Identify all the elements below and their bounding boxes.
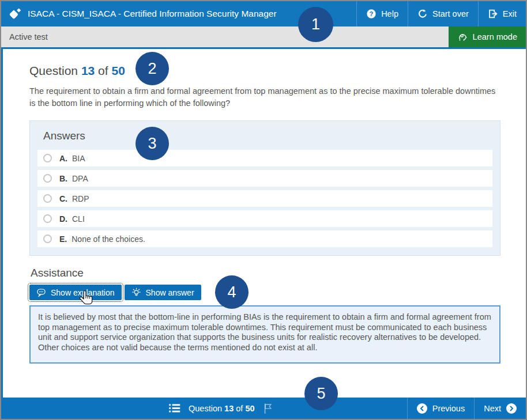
- header-actions: ? Help Start over: [356, 1, 526, 27]
- footer-question-total: 50: [245, 404, 254, 413]
- footer-of-word: of: [236, 404, 243, 413]
- show-answer-label: Show answer: [146, 288, 194, 297]
- question-text: The requirement to obtain a firm and for…: [29, 85, 500, 109]
- help-label: Help: [381, 9, 398, 18]
- option-letter: B.: [59, 174, 67, 183]
- window-title: ISACA - CISM_ISACA - Certified Informati…: [28, 9, 277, 19]
- radio-button[interactable]: [43, 214, 52, 223]
- footer-question-word: Question: [189, 404, 222, 413]
- option-text: BIA: [72, 154, 85, 163]
- radio-button[interactable]: [43, 154, 52, 162]
- option-letter: E.: [59, 234, 67, 244]
- question-heading-word: Question: [29, 64, 78, 77]
- exit-button[interactable]: Exit: [478, 1, 526, 27]
- answer-option-d[interactable]: D. CLI: [37, 210, 492, 227]
- option-text: None of the choices.: [71, 234, 145, 244]
- annotation-circle-3: 3: [135, 127, 169, 160]
- assistance-heading: Assistance: [31, 267, 500, 279]
- option-letter: C.: [59, 194, 67, 203]
- top-header: ISACA - CISM_ISACA - Certified Informati…: [1, 1, 526, 27]
- start-over-button[interactable]: Start over: [408, 1, 478, 27]
- footer-question-number: 13: [224, 404, 234, 413]
- learn-mode-label: Learn mode: [473, 32, 517, 41]
- previous-button[interactable]: Previous: [407, 398, 474, 419]
- show-explanation-button[interactable]: Show explanation: [29, 285, 122, 300]
- svg-text:?: ?: [370, 10, 374, 17]
- radio-button[interactable]: [43, 234, 52, 243]
- mode-bar: Active test Learn mode: [1, 27, 526, 47]
- answer-option-b[interactable]: B. DPA: [37, 170, 492, 187]
- chevron-left-icon: [417, 403, 427, 414]
- answer-option-c[interactable]: C. RDP: [37, 190, 492, 207]
- speech-bubble-icon: [36, 288, 46, 297]
- question-total: 50: [111, 64, 125, 77]
- learn-mode-icon: [457, 32, 468, 42]
- help-icon: ?: [366, 9, 377, 19]
- answers-panel: Answers A. BIA B. DPA C. RDP D. CLI: [29, 120, 500, 256]
- next-label: Next: [484, 404, 501, 413]
- exit-label: Exit: [503, 9, 517, 18]
- annotation-circle-4: 4: [215, 275, 249, 309]
- option-letter: D.: [59, 214, 67, 224]
- footer-question-status: Question 13 of 50: [169, 398, 273, 419]
- question-heading: Question 13 of 50: [29, 64, 500, 78]
- start-over-label: Start over: [432, 9, 469, 18]
- assistance-buttons: Show explanation Show answer: [29, 285, 500, 300]
- option-text: DPA: [72, 174, 88, 183]
- question-of-word: of: [98, 64, 108, 77]
- option-text: RDP: [72, 194, 89, 203]
- annotation-circle-2: 2: [135, 52, 169, 85]
- option-letter: A.: [59, 154, 67, 163]
- show-answer-button[interactable]: Show answer: [125, 285, 201, 300]
- chevron-right-icon: [506, 403, 517, 414]
- radio-button[interactable]: [43, 174, 52, 183]
- flag-icon[interactable]: [263, 403, 273, 414]
- question-number: 13: [81, 64, 95, 77]
- exit-icon: [488, 9, 498, 19]
- isaca-logo-icon: [9, 7, 21, 20]
- option-text: CLI: [72, 214, 85, 224]
- explanation-box: It is believed by most that the bottom-l…: [29, 305, 500, 364]
- answer-option-e[interactable]: E. None of the choices.: [37, 230, 492, 247]
- question-page: Question 13 of 50 The requirement to obt…: [1, 49, 526, 398]
- radio-button[interactable]: [43, 194, 52, 203]
- annotation-circle-5: 5: [304, 377, 338, 410]
- bottom-navigation-bar: Question 13 of 50 Previous: [1, 398, 526, 419]
- refresh-icon: [417, 9, 428, 19]
- exam-window: ISACA - CISM_ISACA - Certified Informati…: [0, 0, 527, 420]
- footer-nav-buttons: Previous Next: [407, 398, 526, 419]
- active-test-label: Active test: [9, 32, 48, 41]
- answers-heading: Answers: [43, 130, 492, 142]
- learn-mode-button[interactable]: Learn mode: [449, 27, 526, 47]
- previous-label: Previous: [432, 404, 465, 413]
- question-list-icon[interactable]: [169, 404, 180, 413]
- lightbulb-icon: [131, 287, 141, 297]
- next-button[interactable]: Next: [474, 398, 526, 419]
- answer-option-a[interactable]: A. BIA: [37, 150, 492, 167]
- annotation-circle-1: 1: [298, 7, 333, 42]
- cursor-pointer-icon: [78, 290, 94, 309]
- footer-question-counter: Question 13 of 50: [189, 404, 255, 413]
- help-button[interactable]: ? Help: [356, 1, 408, 27]
